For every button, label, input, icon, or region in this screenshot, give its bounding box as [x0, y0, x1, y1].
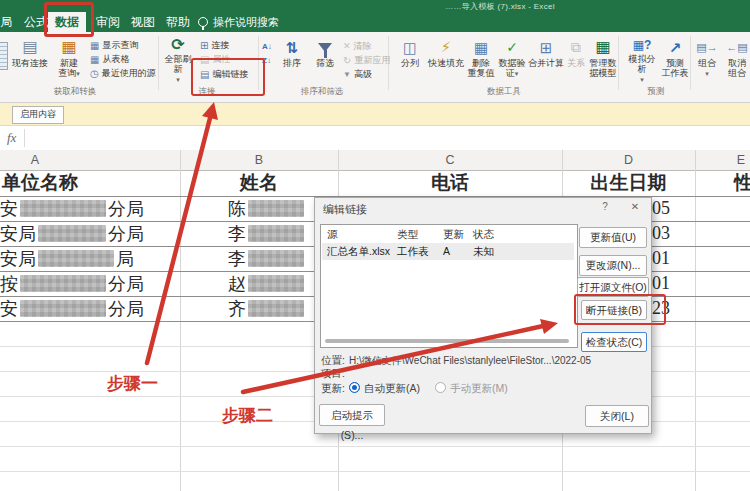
advanced-filter-icon [343, 70, 351, 79]
sort-label: 排序 [283, 58, 301, 68]
new-query-label: 新建 [60, 58, 78, 68]
data-validation-button[interactable]: 数据验 证 [496, 36, 528, 85]
cell-b1[interactable]: 姓名 [180, 170, 338, 195]
sort-button[interactable]: 排序 [277, 36, 307, 85]
forecast-sheet-button[interactable]: 预测 工作表 [660, 36, 690, 85]
new-query-button[interactable]: 新建 查询 [52, 36, 86, 85]
properties-button: 属性 [200, 53, 230, 66]
from-table-button[interactable]: 从表格 [90, 53, 129, 66]
ribbon: 现有连接 新建 查询 显示查询 从表格 最近使用的源 获取和转换 全部刷新 连 [0, 32, 750, 103]
cell-d3-partial[interactable]: 03 [652, 221, 694, 246]
consolidate-button[interactable]: 合并计算 [528, 36, 564, 85]
list-col-source: 源 [327, 228, 338, 242]
update-values-button[interactable]: 更新值(U) [579, 227, 647, 248]
advanced-filter-button[interactable]: 高级 [343, 68, 372, 81]
cell-d5-partial[interactable]: 01 [652, 271, 694, 296]
reapply-icon [343, 56, 351, 66]
location-label: 位置: [321, 354, 345, 368]
cell-e1[interactable]: 性别 [698, 170, 750, 195]
manual-update-radio[interactable]: 手动更新(M) [435, 382, 508, 396]
cell-d6-partial[interactable]: 23 [652, 296, 694, 321]
clear-filter-button: 清除 [343, 40, 372, 53]
sort-ascending-button[interactable] [262, 40, 272, 53]
formula-bar-separator [24, 129, 25, 147]
column-header-e[interactable]: E [698, 150, 750, 170]
show-queries-button[interactable]: 显示查询 [90, 39, 138, 52]
group-button[interactable]: 组合 [693, 36, 721, 85]
tab-help[interactable]: 帮助 [160, 12, 196, 32]
text-to-columns-button[interactable]: 分列 [395, 36, 425, 85]
advanced-filter-label: 高级 [354, 68, 372, 81]
manage-data-model-button[interactable]: 管理数 据模型 [588, 36, 618, 85]
step-two-label: 步骤二 [222, 404, 273, 427]
close-icon[interactable]: ✕ [627, 201, 643, 215]
remove-duplicates-label2: 重复值 [468, 68, 495, 78]
cell-c1[interactable]: 电话 [338, 170, 562, 195]
cell-d2-partial[interactable]: 05 [652, 196, 694, 221]
cell-a4[interactable]: 安局局 [0, 246, 178, 271]
tab-review[interactable]: 审阅 [90, 12, 126, 32]
help-icon[interactable]: ? [598, 201, 612, 215]
cell-d1[interactable]: 出生日期 [562, 170, 695, 195]
cell-a5[interactable]: 按分局 [0, 271, 178, 296]
column-header-c[interactable]: C [338, 150, 562, 170]
open-source-button[interactable]: 打开源文件(O) [577, 277, 649, 297]
ungroup-button[interactable]: 取消 组合 [723, 36, 750, 85]
group-separator [158, 36, 159, 90]
column-header-d[interactable]: D [562, 150, 695, 170]
link-source: 汇总名单.xlsx [327, 245, 390, 259]
recent-sources-button[interactable]: 最近使用的源 [90, 67, 156, 80]
cell-a3[interactable]: 安局分局 [0, 221, 178, 246]
relationships-icon [571, 36, 581, 58]
group-label-forecast: 预测 [638, 86, 674, 98]
filter-button[interactable]: 筛选 [311, 36, 339, 85]
auto-update-radio[interactable]: 自动更新(A) [349, 382, 420, 396]
cell-a6[interactable]: 安分局 [0, 296, 178, 321]
group-label-connections: 连接 [187, 86, 227, 98]
manage-data-model-label1: 管理数 [590, 58, 617, 68]
cell-a2[interactable]: 安分局 [0, 196, 178, 221]
group-separator [618, 36, 619, 90]
startup-prompt-button[interactable]: 启动提示(S)... [319, 404, 385, 426]
remove-duplicates-label1: 删除 [472, 58, 490, 68]
clipped-button [0, 42, 8, 70]
tell-me-icon [198, 17, 208, 27]
edit-links-button[interactable]: 编辑链接 [200, 68, 248, 81]
forecast-sheet-label1: 预测 [666, 58, 684, 68]
horizontal-scrollbar[interactable] [325, 339, 569, 343]
location-value: H:\微信文件\WeChat Files\stanlylee\FileStor.… [349, 354, 591, 368]
refresh-all-label: 全部刷新 [161, 54, 195, 74]
connections-button[interactable]: 连接 [200, 39, 229, 52]
formula-bar[interactable]: fx [0, 126, 750, 151]
tab-data[interactable]: 数据 [48, 12, 86, 32]
enable-content-button[interactable]: 启用内容 [12, 106, 64, 124]
what-if-analysis-label: 模拟分析 [625, 54, 659, 74]
group-icon [696, 36, 717, 58]
break-link-button[interactable]: 断开链接(B) [581, 300, 647, 320]
edit-links-icon [200, 70, 209, 80]
from-table-icon [90, 55, 99, 65]
tab-view[interactable]: 视图 [125, 12, 161, 32]
sort-descending-button[interactable] [262, 54, 271, 67]
chevron-down-icon [515, 68, 519, 78]
column-header-a[interactable]: A [0, 150, 70, 170]
remove-duplicates-icon [474, 36, 488, 58]
change-source-button[interactable]: 更改源(N)... [579, 255, 647, 276]
manage-data-model-label2: 据模型 [590, 68, 617, 78]
cell-d4-partial[interactable]: 01 [652, 246, 694, 271]
redacted-blur [248, 275, 304, 292]
link-row[interactable]: 汇总名单.xlsx 工作表 A 未知 [322, 243, 574, 260]
redacted-blur [248, 225, 304, 242]
existing-connections-button[interactable]: 现有连接 [10, 36, 50, 85]
check-status-button[interactable]: 检查状态(C) [581, 332, 647, 352]
column-header-b[interactable]: B [180, 150, 338, 170]
tell-me-box[interactable]: 操作说明搜索 [198, 12, 279, 32]
tab-page-layout-partial[interactable]: 局 [0, 12, 13, 32]
what-if-analysis-button[interactable]: 模拟分析 [625, 36, 659, 85]
refresh-all-button[interactable]: 全部刷新 [161, 36, 195, 85]
cell-a1[interactable]: 单位名称 [2, 170, 178, 195]
title-bar: ……导入模板 (7).xlsx - Excel 局 公式 数据 审阅 视图 帮助… [0, 0, 750, 32]
dialog-close-button[interactable]: 关闭(L) [585, 405, 649, 427]
flash-fill-button[interactable]: 快速填充 [427, 36, 465, 85]
remove-duplicates-button[interactable]: 删除 重复值 [466, 36, 496, 85]
